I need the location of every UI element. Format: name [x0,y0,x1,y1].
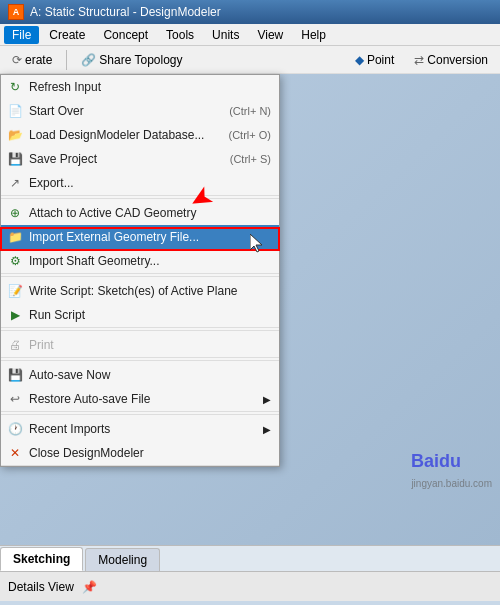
point-icon: ◆ [355,53,364,67]
sep-1 [1,198,279,199]
menu-autosave[interactable]: 💾 Auto-save Now [1,363,279,387]
details-view-label: Details View [8,580,74,594]
import-icon: 📁 [7,229,23,245]
menu-save-project[interactable]: 💾 Save Project (Ctrl+ S) [1,147,279,171]
sep-3 [1,330,279,331]
export-icon: ↗ [7,175,23,191]
menu-help[interactable]: Help [293,26,334,44]
refresh-icon: ↻ [7,79,23,95]
autosave-icon: 💾 [7,367,23,383]
menu-file[interactable]: File [4,26,39,44]
menu-create[interactable]: Create [41,26,93,44]
sep-5 [1,414,279,415]
menu-print[interactable]: 🖨 Print [1,333,279,357]
conversion-icon: ⇄ [414,53,424,67]
conversion-label: Conversion [427,53,488,67]
menu-restore-autosave[interactable]: ↩ Restore Auto-save File ▶ [1,387,279,411]
file-dropdown-menu: ↻ Refresh Input 📄 Start Over (Ctrl+ N) 📂… [0,74,280,467]
recent-submenu-arrow: ▶ [263,424,271,435]
point-label: Point [367,53,394,67]
share-topology-button[interactable]: 🔗 Share Topology [73,51,190,69]
recent-icon: 🕐 [7,421,23,437]
menu-load-db[interactable]: 📂 Load DesignModeler Database... (Ctrl+ … [1,123,279,147]
toolbar-secondary: ⟳ erate 🔗 Share Topology ◆ Point ⇄ Conve… [0,46,500,74]
script-icon: 📝 [7,283,23,299]
menu-tools[interactable]: Tools [158,26,202,44]
point-button[interactable]: ◆ Point [347,51,402,69]
conversion-button[interactable]: ⇄ Conversion [406,51,496,69]
menu-start-over[interactable]: 📄 Start Over (Ctrl+ N) [1,99,279,123]
menu-import-shaft[interactable]: ⚙ Import Shaft Geometry... [1,249,279,273]
restore-submenu-arrow: ▶ [263,394,271,405]
main-area: ↻ Refresh Input 📄 Start Over (Ctrl+ N) 📂… [0,74,500,545]
menu-section-print: 🖨 Print [1,333,279,358]
menu-run-script[interactable]: ▶ Run Script [1,303,279,327]
details-bar: Details View 📌 [0,571,500,601]
menu-close-designmodeler[interactable]: ✕ Close DesignModeler [1,441,279,465]
menu-units[interactable]: Units [204,26,247,44]
restore-icon: ↩ [7,391,23,407]
menu-section-recent: 🕐 Recent Imports ▶ ✕ Close DesignModeler [1,417,279,466]
close-dm-icon: ✕ [7,445,23,461]
share-topology-icon: 🔗 [81,53,96,67]
pin-icon[interactable]: 📌 [82,580,97,594]
bottom-tabs: Sketching Modeling [0,545,500,571]
menu-bar: File Create Concept Tools Units View Hel… [0,24,500,46]
menu-recent-imports[interactable]: 🕐 Recent Imports ▶ [1,417,279,441]
menu-export[interactable]: ↗ Export... [1,171,279,195]
title-text: A: Static Structural - DesignModeler [30,5,221,19]
tab-sketching[interactable]: Sketching [0,547,83,571]
workspace: ↻ Refresh Input 📄 Start Over (Ctrl+ N) 📂… [0,74,500,545]
menu-section-import: ⊕ Attach to Active CAD Geometry 📁 Import… [1,201,279,274]
print-icon: 🖨 [7,337,23,353]
menu-section-script: 📝 Write Script: Sketch(es) of Active Pla… [1,279,279,328]
toolbar-sep-1 [66,50,67,70]
menu-attach-cad[interactable]: ⊕ Attach to Active CAD Geometry [1,201,279,225]
menu-concept[interactable]: Concept [95,26,156,44]
watermark: Baidu jingyan.baidu.com [411,445,492,489]
save-icon: 💾 [7,151,23,167]
app-icon: A [8,4,24,20]
iterate-button[interactable]: ⟳ erate [4,51,60,69]
menu-section-file: ↻ Refresh Input 📄 Start Over (Ctrl+ N) 📂… [1,75,279,196]
svg-text:Baidu: Baidu [411,451,461,471]
new-icon: 📄 [7,103,23,119]
title-bar: A A: Static Structural - DesignModeler [0,0,500,24]
menu-view[interactable]: View [249,26,291,44]
share-topology-label: Share Topology [99,53,182,67]
open-icon: 📂 [7,127,23,143]
run-icon: ▶ [7,307,23,323]
tab-modeling[interactable]: Modeling [85,548,160,571]
iterate-label: erate [25,53,52,67]
menu-refresh-input[interactable]: ↻ Refresh Input [1,75,279,99]
sep-2 [1,276,279,277]
menu-section-autosave: 💾 Auto-save Now ↩ Restore Auto-save File… [1,363,279,412]
shaft-icon: ⚙ [7,253,23,269]
iterate-icon: ⟳ [12,53,22,67]
menu-write-script[interactable]: 📝 Write Script: Sketch(es) of Active Pla… [1,279,279,303]
menu-import-external[interactable]: 📁 Import External Geometry File... [1,225,279,249]
sep-4 [1,360,279,361]
attach-icon: ⊕ [7,205,23,221]
